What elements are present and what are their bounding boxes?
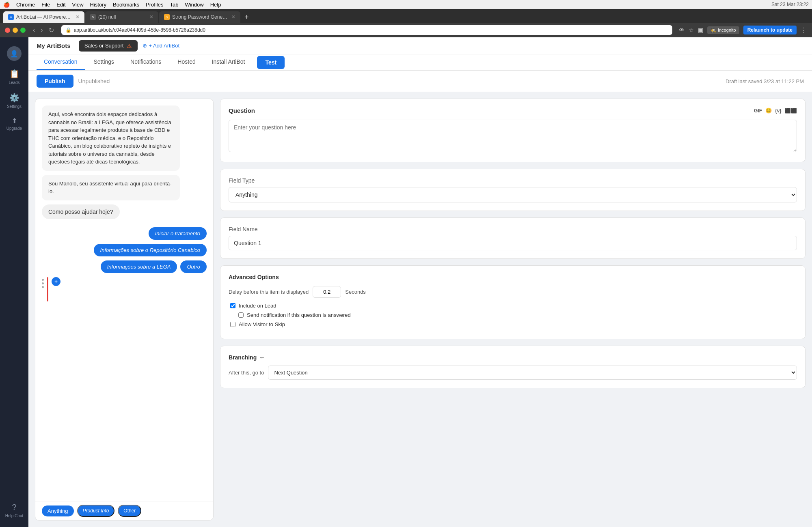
reload-btn[interactable]: ↻ (48, 26, 55, 34)
media-btn[interactable]: ⬛⬛ (785, 108, 797, 114)
branching-row: After this, go to Next Question End Conv… (229, 366, 797, 380)
maximize-window[interactable] (20, 28, 26, 33)
after-label: After this, go to (229, 370, 264, 376)
chat-bottom-row: Anything Product Info Other (35, 501, 213, 520)
option-3[interactable]: Informações sobre a LEGA (101, 260, 177, 273)
publish-btn[interactable]: Publish (37, 75, 73, 88)
menu-view[interactable]: View (72, 2, 84, 8)
tab-conversation[interactable]: Conversation (37, 54, 85, 70)
other-btn[interactable]: Other (118, 505, 141, 517)
bot-selector-label: Sales or Support (84, 43, 124, 49)
include-lead-checkbox[interactable] (230, 303, 235, 308)
sidebar: 👤 📋 Leads ⚙️ Settings ⬆ Upgrade ? Help C… (0, 37, 28, 527)
browser-tab-2[interactable]: N (20) null ✕ (85, 11, 158, 23)
chat-options: Iniciar o tratamento (42, 227, 207, 240)
sidebar-item-help[interactable]: ? Help Chat (0, 499, 28, 522)
url-text: app.artibot.ai/bots/c04ae044-f09d-458e-8… (74, 27, 205, 33)
emoji-btn[interactable]: 😊 (765, 108, 772, 114)
allow-skip-checkbox[interactable] (230, 322, 235, 327)
user-avatar: 👤 (7, 46, 22, 61)
question-card: Question GIF 😊 {v} ⬛⬛ (220, 99, 806, 162)
menu-tab[interactable]: Tab (170, 2, 178, 8)
browser-tab-1[interactable]: A ArtiBot.ai — AI Powered Bot... ✕ (3, 11, 84, 23)
add-artibot-label: + Add ArtiBot (149, 43, 179, 49)
close-window[interactable] (5, 28, 10, 33)
help-icon: ? (12, 503, 16, 512)
delay-input[interactable] (313, 286, 341, 298)
add-artibot-btn[interactable]: ⊕ + Add ArtiBot (143, 43, 179, 49)
tab-favicon-1: A (8, 14, 14, 20)
field-name-label: Field Name (229, 226, 797, 232)
menu-help[interactable]: Help (210, 2, 221, 8)
page-title: My ArtiBots (37, 37, 71, 54)
tab-favicon-3: S (164, 14, 170, 20)
tab-hosted[interactable]: Hosted (170, 54, 203, 70)
field-name-input[interactable] (229, 236, 797, 250)
tab-test-btn[interactable]: Test (257, 56, 285, 69)
tab-close-1[interactable]: ✕ (76, 14, 80, 20)
product-btn[interactable]: Product Info (77, 505, 115, 517)
tab-install[interactable]: Install ArtiBot (205, 54, 253, 70)
tab-settings[interactable]: Settings (86, 54, 122, 70)
menu-bookmarks[interactable]: Bookmarks (113, 2, 139, 8)
include-lead-row: Include on Lead (229, 303, 797, 309)
sidebar-toggle-icon[interactable]: ▣ (698, 27, 703, 33)
address-bar[interactable]: 🔒 app.artibot.ai/bots/c04ae044-f09d-458e… (61, 25, 672, 35)
forward-btn[interactable]: › (40, 26, 43, 34)
menu-chrome[interactable]: Chrome (16, 2, 35, 8)
sidebar-item-upgrade[interactable]: ⬆ Upgrade (0, 113, 28, 135)
incognito-btn[interactable]: 🕵 Incognito (707, 26, 739, 34)
warning-icon: ⚠ (127, 43, 132, 49)
option-4[interactable]: Outro (180, 260, 207, 273)
tab-label-1: ArtiBot.ai — AI Powered Bot... (16, 14, 73, 20)
chat-sub-message: Sou Manolo, seu assistente virtual aqui … (42, 175, 180, 200)
gif-btn[interactable]: GIF (754, 108, 762, 114)
tab-notifications[interactable]: Notifications (123, 54, 168, 70)
leads-label: Leads (9, 80, 19, 85)
menu-profiles[interactable]: Profiles (146, 2, 163, 8)
sidebar-item-avatar[interactable]: 👤 (0, 42, 28, 65)
eye-slash-icon[interactable]: 👁 (679, 27, 685, 33)
menu-apple[interactable]: 🍎 (3, 2, 10, 8)
bookmark-icon[interactable]: ☆ (689, 27, 694, 33)
dot-2 (42, 282, 44, 284)
new-tab-btn[interactable]: + (244, 11, 249, 23)
branching-card: Branching ↔ After this, go to Next Quest… (220, 346, 806, 388)
advanced-title: Advanced Options (229, 274, 797, 280)
menu-edit[interactable]: Edit (56, 2, 65, 8)
relaunch-btn[interactable]: Relaunch to update (743, 26, 797, 34)
option-1[interactable]: Iniciar o tratamento (149, 227, 207, 240)
var-btn[interactable]: {v} (775, 108, 782, 114)
tab-close-3[interactable]: ✕ (231, 14, 235, 20)
minimize-window[interactable] (13, 28, 18, 33)
upgrade-label: Upgrade (6, 126, 22, 131)
tab-bar: A ArtiBot.ai — AI Powered Bot... ✕ N (20… (0, 9, 812, 23)
branching-title: Branching ↔ (229, 354, 797, 361)
tab-close-2[interactable]: ✕ (149, 14, 153, 20)
field-type-select[interactable]: Anything Text Email Phone Number Date (229, 187, 797, 202)
settings-icon: ⚙️ (9, 93, 19, 103)
more-options-icon[interactable]: ⋮ (801, 26, 807, 34)
branching-select[interactable]: Next Question End Conversation Jump to Q… (268, 366, 797, 380)
sidebar-item-settings[interactable]: ⚙️ Settings (0, 89, 28, 113)
send-notification-label: Send notification if this question is an… (247, 312, 351, 318)
menu-file[interactable]: File (41, 2, 50, 8)
send-notification-checkbox[interactable] (238, 312, 244, 318)
sidebar-item-leads[interactable]: 📋 Leads (0, 65, 28, 89)
sub-tabs: Publish Unpublished Draft last saved 3/2… (28, 71, 812, 92)
dot-3 (42, 286, 44, 288)
settings-label: Settings (7, 104, 22, 109)
menu-window[interactable]: Window (185, 2, 203, 8)
plus-icon: ⊕ (143, 43, 147, 49)
field-type-card: Field Type Anything Text Email Phone Num… (220, 169, 806, 211)
add-item-btn[interactable]: + (52, 277, 60, 286)
menu-history[interactable]: History (90, 2, 106, 8)
question-textarea[interactable] (229, 120, 797, 152)
browser-actions: 👁 ☆ ▣ 🕵 Incognito Relaunch to update ⋮ (679, 26, 807, 34)
back-btn[interactable]: ‹ (32, 26, 36, 34)
bot-selector-btn[interactable]: Sales or Support ⚠ (79, 40, 138, 52)
option-2[interactable]: Informações sobre o Repositório Canabico (94, 244, 207, 256)
chat-message-text: Aqui, você encontra dois espaços dedicad… (48, 111, 171, 165)
help-label: Help Chat (5, 514, 23, 518)
browser-tab-3[interactable]: S Strong Password Generator ✕ (159, 11, 240, 23)
